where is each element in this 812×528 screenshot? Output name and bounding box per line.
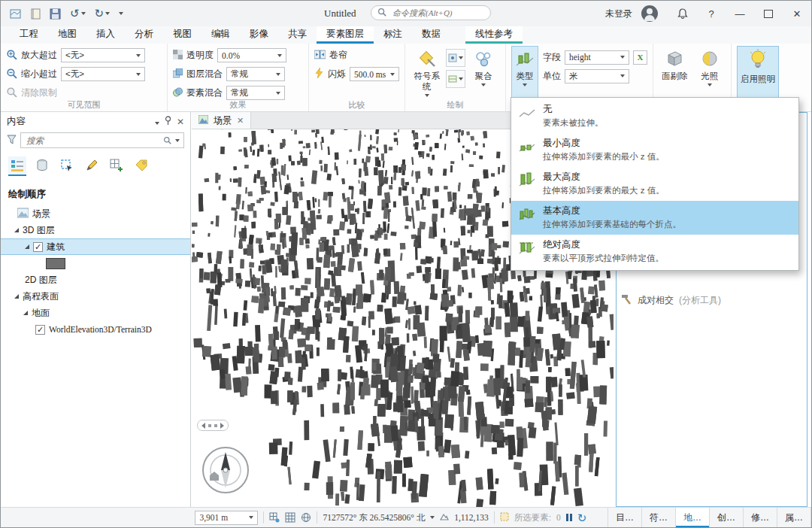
avatar[interactable] [641,5,658,22]
notifications-bell-icon[interactable] [668,1,697,26]
transparency-combo[interactable]: 0.0% [217,48,286,62]
contents-search-box[interactable] [20,132,184,148]
clear-limits-button[interactable]: 清除限制 [21,86,57,99]
help-icon[interactable]: ? [697,1,726,26]
tree-item-2d-layers[interactable]: 2D 图层 [1,272,190,288]
tab-share[interactable]: 共享 [278,26,317,44]
tree-item-3d-layers[interactable]: 3D 图层 [1,222,190,238]
terrain-checkbox[interactable]: ✓ [35,325,45,335]
maximize-button[interactable] [754,1,783,26]
scene-view-tab[interactable]: 场景 ✕ [192,112,251,129]
list-by-drawing-order-button[interactable] [8,156,26,176]
extrusion-unit-combo[interactable]: 米 [565,69,629,83]
save-icon[interactable] [50,8,61,20]
heading-mini-control[interactable] [197,420,229,431]
tab-imagery[interactable]: 影像 [240,26,278,44]
command-search-box[interactable] [371,5,491,20]
filter-icon[interactable] [7,134,17,147]
redo-caret-icon[interactable] [105,12,110,15]
tree-item-terrain[interactable]: ✓ WorldElevation3D/Terrain3D [1,321,190,338]
pane-tab-geoprocessing[interactable]: 地… [676,508,710,527]
customize-quick-access-button[interactable] [119,12,123,15]
building-checkbox[interactable]: ✓ [33,242,43,252]
pause-drawing-button[interactable] [566,514,572,521]
flicker-combo[interactable]: 500.0 ms [350,67,399,81]
chevron-down-icon[interactable] [155,117,159,127]
minimize-button[interactable]: — [726,1,754,26]
tree-item-scene[interactable]: 场景 [1,205,190,222]
layer-blend-combo[interactable]: 常规 [226,67,285,81]
tree-item-ground[interactable]: 地面 [1,305,190,321]
tree-item-elevation-surfaces[interactable]: 高程表面 [1,288,190,305]
symbology-button[interactable]: 符号系统 [411,46,444,108]
pin-icon[interactable] [164,116,172,128]
scale-combo[interactable]: 3,901 m [195,511,258,525]
pane-tab-create-features[interactable]: 创… [710,508,744,527]
symbology-option-button-1[interactable] [446,49,465,67]
zoom-in-beyond-combo[interactable]: <无> [61,48,145,62]
navigator-compass[interactable] [201,445,250,495]
feature-blend-combo[interactable]: 常规 [226,86,285,100]
tab-edit[interactable]: 编辑 [201,26,240,44]
undo-button[interactable]: ↺ [70,7,86,20]
tab-view[interactable]: 视图 [163,26,201,44]
list-by-labeling-button[interactable] [132,156,150,176]
rotate-right-icon[interactable] [220,423,224,429]
tab-feature-layer[interactable]: 要素图层 [317,26,374,44]
expander-icon[interactable] [14,228,19,232]
pane-tab-catalog[interactable]: 目… [608,508,642,527]
tab-linear-referencing[interactable]: 线性参考 [465,26,523,44]
notebook-icon[interactable] [30,8,41,20]
pane-tab-attributes[interactable]: 属… [777,508,811,527]
extrusion-max-icon [518,171,536,192]
coordinates-readout[interactable]: 7127572° 东 26.5425806° 北 [323,512,425,523]
contents-search-input[interactable] [25,135,159,146]
tree-item-building-symbol[interactable] [1,255,190,272]
swipe-button[interactable]: 卷帘 [329,49,347,62]
expander-icon[interactable] [25,244,29,249]
sign-in-label[interactable]: 未登录 [596,8,641,20]
menu-item-none[interactable]: 无要素未被拉伸。 [511,99,798,133]
list-by-selection-button[interactable] [58,156,76,176]
building-symbol-swatch[interactable] [46,258,65,269]
close-button[interactable]: ✕ [783,1,811,26]
tree-item-building[interactable]: ✓ 建筑 [1,238,190,255]
project-icon[interactable] [10,8,21,20]
list-by-editing-button[interactable] [83,156,101,176]
refresh-view-button[interactable]: ↻ [577,512,587,523]
pane-tab-symbology[interactable]: 符… [642,508,676,527]
menu-item-absolute-height[interactable]: 绝对高度要素以平顶形式拉伸到特定值。 [511,235,798,269]
aggregation-button[interactable]: 聚合 [468,46,501,108]
tab-analysis[interactable]: 分析 [125,26,163,44]
rotate-left-icon[interactable] [201,423,205,429]
extrusion-expression-button[interactable]: X [633,50,647,65]
expander-icon[interactable] [23,311,28,315]
extrusion-field-combo[interactable]: height [565,50,629,65]
coords-options-caret-icon[interactable] [430,516,435,519]
expander-icon[interactable] [14,294,19,299]
tab-data[interactable]: 数据 [412,26,450,44]
tab-insert[interactable]: 插入 [86,26,125,44]
command-search-input[interactable] [391,8,484,18]
symbology-option-button-2[interactable] [446,70,465,88]
undo-caret-icon[interactable] [81,12,86,15]
menu-item-min-height[interactable]: 最小高度拉伸将添加到要素的最小 z 值。 [511,133,798,167]
pane-tab-modify-features[interactable]: 修… [744,508,777,527]
snapping-toggle-icon[interactable] [269,512,280,523]
list-by-snapping-button[interactable] [108,156,126,176]
tab-map[interactable]: 地图 [48,26,86,44]
redo-button[interactable]: ↻ [95,7,111,20]
close-view-icon[interactable]: ✕ [237,116,244,126]
tab-labeling[interactable]: 标注 [374,26,412,44]
tab-project[interactable]: 工程 [10,26,48,44]
zoom-out-beyond-combo[interactable]: <无> [61,67,145,81]
grid-toggle-icon[interactable] [285,512,295,523]
geoprocessing-tool-item[interactable]: 成对相交 (分析工具) [621,292,804,308]
list-by-data-source-button[interactable] [33,156,51,176]
close-pane-icon[interactable]: ✕ [177,117,184,127]
menu-item-max-height[interactable]: 最大高度拉伸将添加到要素的最大 z 值。 [511,167,798,201]
globe-mode-icon[interactable] [301,512,311,523]
search-options-caret-icon[interactable] [175,139,180,142]
menu-item-base-height[interactable]: 基本高度拉伸将添加到要素基础的每个折点。 [511,201,798,235]
selected-features-count: 0 [556,513,561,522]
